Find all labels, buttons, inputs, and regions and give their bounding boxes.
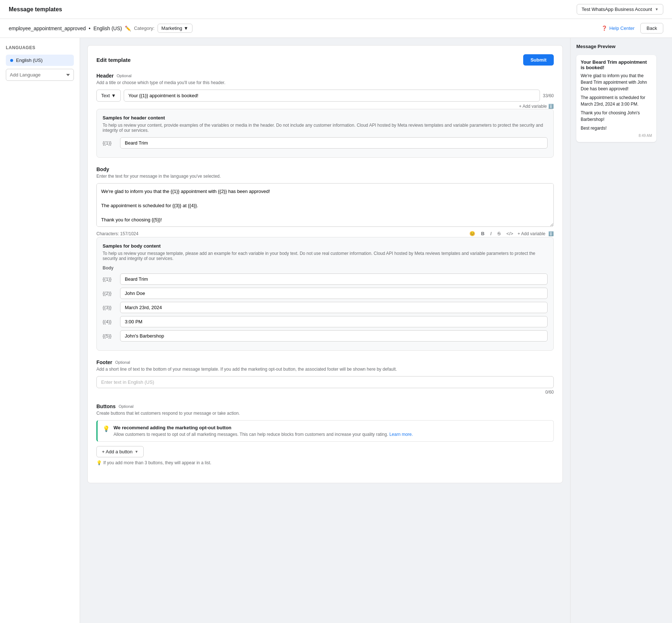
body-add-variable-button[interactable]: + Add variable (518, 231, 545, 236)
bold-button[interactable]: B (480, 230, 486, 237)
bubble-body-paragraph: We're glad to inform you that the Beard … (581, 72, 652, 92)
body-textarea[interactable] (96, 183, 554, 227)
buttons-optional-label: Optional (119, 404, 134, 409)
chevron-down-icon: ▼ (184, 25, 188, 31)
var-label: {{4}} (103, 319, 117, 324)
sidebar: Languages English (US) Add Language (0, 38, 80, 623)
header-samples-box: Samples for header content To help us re… (96, 109, 554, 158)
edit-template-card: Edit template Submit Header Optional Add… (87, 45, 563, 483)
header-input-row: Text ▼ 33/60 (96, 90, 554, 102)
category-selector[interactable]: Marketing ▼ (158, 24, 192, 33)
header-text-input[interactable] (124, 90, 540, 102)
learn-more-link[interactable]: Learn more. (389, 432, 413, 437)
footer-input[interactable] (96, 376, 554, 388)
footer-section-title: Footer Optional (96, 359, 554, 365)
submit-button[interactable]: Submit (523, 54, 554, 66)
note-icon: 💡 (96, 460, 102, 465)
buttons-title: Buttons (96, 403, 116, 409)
var-input[interactable] (120, 302, 548, 313)
info-icon: ℹ️ (548, 104, 554, 109)
add-language-select[interactable]: Add Language (6, 69, 74, 81)
account-selector[interactable]: Test WhatsApp Business Account ▼ (577, 4, 663, 15)
header-type-label: Text (101, 93, 110, 98)
opt-out-desc: Allow customers to request to opt out of… (114, 432, 413, 437)
variable-row: {{4}} (103, 316, 548, 327)
preview-panel: Message Preview Your Beard Trim appointm… (570, 38, 672, 623)
body-samples-box: Samples for body content To help us revi… (96, 237, 554, 351)
footer-char-count: 0/60 (545, 390, 554, 395)
header-add-variable-row: + Add variable ℹ️ (96, 104, 554, 109)
header-type-selector[interactable]: Text ▼ (96, 90, 121, 102)
body-info-icon: ℹ️ (548, 231, 554, 236)
body-bottom-row: Characters: 157/1024 😊 B I S </> + Add v… (96, 230, 554, 237)
back-button[interactable]: Back (640, 23, 663, 33)
category-label: Category: (134, 25, 154, 31)
chevron-down-icon: ▼ (135, 450, 138, 454)
body-total-chars: Characters: 157/1024 (96, 231, 138, 236)
var-input[interactable] (120, 137, 548, 149)
opt-out-banner: 💡 We recommend adding the marketing opt-… (96, 420, 554, 442)
main-layout: Languages English (US) Add Language Edit… (0, 38, 672, 623)
sub-nav-right: ❓ Help Center Back (601, 23, 663, 33)
category-value: Marketing (162, 25, 182, 31)
body-toolbar: 😊 B I S </> + Add variable ℹ️ (468, 230, 554, 237)
emoji-button[interactable]: 😊 (468, 230, 477, 237)
bubble-header: Your Beard Trim appointment is booked! (581, 59, 652, 70)
chevron-down-icon: ▼ (111, 93, 116, 98)
add-button-button[interactable]: + Add a button ▼ (96, 446, 144, 457)
buttons-section-title: Buttons Optional (96, 403, 554, 409)
card-header: Edit template Submit (96, 54, 554, 66)
header-add-variable-button[interactable]: + Add variable (519, 104, 547, 109)
lightbulb-icon: 💡 (103, 425, 110, 432)
variable-row: {{1}} (103, 137, 548, 149)
help-center-button[interactable]: ❓ Help Center (601, 25, 635, 31)
header-char-count: 33/60 (543, 93, 554, 98)
strikethrough-button[interactable]: S (496, 230, 502, 237)
languages-label: Languages (6, 45, 74, 50)
footer-description: Add a short line of text to the bottom o… (96, 367, 554, 372)
top-nav: Message templates Test WhatsApp Business… (0, 0, 672, 19)
footer-title: Footer (96, 359, 112, 365)
code-button[interactable]: </> (505, 230, 515, 237)
italic-button[interactable]: I (489, 230, 493, 237)
help-center-label: Help Center (609, 25, 635, 31)
template-name: employee_appointment_approved (9, 25, 86, 31)
edit-icon[interactable]: ✏️ (125, 25, 131, 31)
var-label: {{1}} (103, 276, 117, 282)
preview-title: Message Preview (576, 44, 666, 49)
var-input[interactable] (120, 330, 548, 342)
bubble-body: We're glad to inform you that the Beard … (581, 72, 652, 131)
body-variables-list: {{1}} {{2}} {{3}} {{4}} {{5}} (103, 273, 548, 342)
variable-row: {{3}} (103, 302, 548, 313)
template-locale: English (US) (94, 25, 122, 31)
language-dot-icon (10, 59, 13, 62)
body-samples-section-label: Body (103, 265, 548, 271)
add-button-label: + Add a button (102, 449, 132, 454)
footer-section: Footer Optional Add a short line of text… (96, 359, 554, 395)
header-optional-label: Optional (116, 74, 131, 78)
var-input[interactable] (120, 288, 548, 299)
var-label: {{2}} (103, 291, 117, 296)
footer-optional-label: Optional (115, 360, 130, 364)
body-samples-desc: To help us review your message template,… (103, 251, 548, 261)
bubble-body-paragraph: The appointment is scheduled for March 2… (581, 94, 652, 107)
body-section-title: Body (96, 166, 554, 172)
sub-nav-left: employee_appointment_approved • English … (9, 24, 192, 33)
body-samples-title: Samples for body content (103, 243, 548, 249)
body-description: Enter the text for your message in the l… (96, 174, 554, 179)
edit-template-title: Edit template (96, 57, 131, 63)
var-label: {{1}} (103, 140, 117, 146)
var-input[interactable] (120, 273, 548, 285)
chevron-down-icon: ▼ (655, 7, 659, 11)
buttons-description: Create buttons that let customers respon… (96, 411, 554, 416)
var-input[interactable] (120, 316, 548, 327)
question-icon: ❓ (601, 25, 607, 31)
opt-out-text: We recommend adding the marketing opt-ou… (114, 425, 413, 437)
bubble-time: 8:49 AM (581, 134, 652, 138)
header-samples-title: Samples for header content (103, 115, 548, 121)
header-section-title: Header Optional (96, 73, 554, 79)
language-item-english[interactable]: English (US) (6, 55, 74, 66)
variable-row: {{5}} (103, 330, 548, 342)
account-name: Test WhatsApp Business Account (581, 7, 652, 12)
buttons-section: Buttons Optional Create buttons that let… (96, 403, 554, 465)
